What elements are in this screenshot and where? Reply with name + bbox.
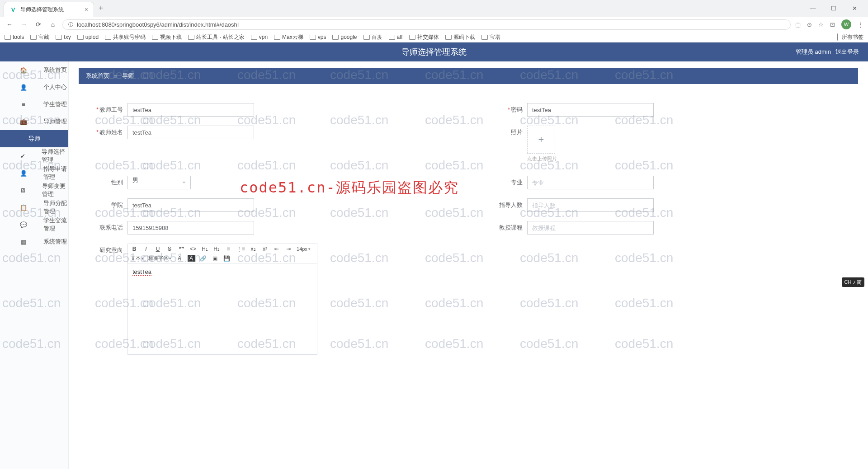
favicon-icon: V (9, 6, 17, 13)
bookmark-item[interactable]: google (332, 34, 357, 40)
site-info-icon[interactable]: ⓘ (68, 21, 73, 28)
sidebar-item-学生交流管理[interactable]: 💬学生交流管理 (0, 216, 68, 233)
assign-icon: 📋 (20, 204, 27, 211)
phone-input[interactable] (127, 221, 254, 234)
minimize-icon[interactable]: — (807, 5, 819, 12)
sidebar-item-指导申请管理[interactable]: 👤指导申请管理 (0, 164, 68, 182)
new-tab-button[interactable]: + (94, 4, 108, 13)
search-icon[interactable]: ⊙ (807, 21, 812, 28)
indent-left-icon[interactable]: ⇤ (273, 246, 280, 252)
bookmark-item[interactable]: aff (389, 34, 403, 40)
bookmark-item[interactable]: 站长工具 - 站长之家 (188, 33, 245, 41)
app-root: 导师选择管理系统 管理员 admin 退出登录 🏠系统首页👤个人中心≡学生管理💼… (0, 42, 868, 469)
rich-text-editor: B I U S ❝❞ <> H₁ H₂ ≡ ⋮≡ x₂ (127, 244, 317, 355)
save-icon[interactable]: 💾 (223, 255, 230, 262)
code-icon[interactable]: <> (189, 246, 197, 252)
bg-color-icon[interactable]: A (188, 255, 195, 262)
bookmark-item[interactable]: uplod (77, 34, 99, 40)
photo-upload-button[interactable]: + (527, 126, 555, 154)
sidebar-item-导师[interactable]: 导师 (0, 130, 68, 147)
sidebar-item-导师分配管理[interactable]: 📋导师分配管理 (0, 199, 68, 216)
bookmark-item[interactable]: 宝塔 (481, 33, 500, 41)
sidebar-item-导师变更管理[interactable]: 🖥导师变更管理 (0, 182, 68, 199)
editor-toolbar: B I U S ❝❞ <> H₁ H₂ ≡ ⋮≡ x₂ (128, 244, 317, 264)
bookmark-item[interactable]: vpn (251, 34, 268, 40)
bookmark-item[interactable]: vps (310, 34, 326, 40)
course-input[interactable] (527, 221, 654, 234)
bold-icon[interactable]: B (131, 246, 138, 252)
bookmark-item[interactable]: 宝藏 (30, 33, 49, 41)
label-research: 研究意向 (99, 247, 123, 253)
teacher-id-input[interactable] (127, 103, 254, 117)
folder-icon (77, 35, 84, 40)
sidebar-item-学生管理[interactable]: ≡学生管理 (0, 96, 68, 113)
url-text: localhost:8080/springboot0spy6/admin/dis… (77, 21, 239, 28)
font-family-select[interactable]: 标准字体 (148, 255, 171, 262)
folder-icon (188, 35, 194, 40)
gender-select[interactable]: 男 (127, 176, 191, 189)
bookmark-item[interactable]: 社交媒体 (409, 33, 439, 41)
label-course: 教授课程 (499, 224, 523, 231)
sub-icon[interactable]: x₂ (250, 246, 257, 252)
close-window-icon[interactable]: ✕ (848, 5, 861, 12)
extensions-icon[interactable]: ⊡ (830, 21, 835, 28)
browser-tab[interactable]: V 导师选择管理系统 × (4, 2, 94, 17)
bookmark-item[interactable]: 源码下载 (445, 33, 475, 41)
text-style-select[interactable]: 文本 (131, 255, 144, 262)
sidebar: 🏠系统首页👤个人中心≡学生管理💼导师管理导师✔导师选择管理👤指导申请管理🖥导师变… (0, 61, 69, 469)
teacher-name-input[interactable] (127, 126, 254, 139)
logout-link[interactable]: 退出登录 (835, 48, 859, 56)
url-input[interactable]: ⓘ localhost:8080/springboot0spy6/admin/d… (62, 19, 791, 30)
link-icon[interactable]: 🔗 (199, 255, 207, 262)
breadcrumb-home[interactable]: 系统首页 (86, 72, 109, 80)
strike-icon[interactable]: S (166, 246, 173, 252)
sup-icon[interactable]: x² (261, 246, 269, 252)
font-size-select[interactable]: 14px (297, 246, 311, 252)
bookmark-star-icon[interactable]: ☆ (818, 21, 824, 28)
password-input[interactable] (527, 103, 654, 117)
back-icon[interactable]: ← (5, 19, 14, 29)
college-input[interactable] (127, 198, 254, 212)
bookmark-item[interactable]: 百度 (363, 33, 382, 41)
folder-icon (409, 35, 415, 40)
underline-icon[interactable]: U (154, 246, 161, 252)
bookmark-item[interactable]: txy (56, 34, 71, 40)
maximize-icon[interactable]: ☐ (827, 5, 840, 12)
ol-icon[interactable]: ≡ (225, 246, 232, 252)
close-tab-icon[interactable]: × (85, 6, 88, 13)
sidebar-item-导师管理[interactable]: 💼导师管理 (0, 113, 68, 130)
menu-icon[interactable]: ⋮ (858, 21, 863, 28)
bookmark-item[interactable]: 共享账号密码 (105, 33, 146, 41)
quota-input[interactable] (527, 198, 654, 212)
quote-icon[interactable]: ❝❞ (178, 246, 185, 252)
sidebar-item-导师选择管理[interactable]: ✔导师选择管理 (0, 147, 68, 164)
h2-icon[interactable]: H₂ (213, 246, 220, 252)
forward-icon[interactable]: → (19, 19, 29, 29)
breadcrumb: 系统首页 ≡ 导师 (79, 68, 858, 84)
sidebar-item-系统管理[interactable]: ▦系统管理 (0, 233, 68, 250)
address-bar: ← → ⟳ ⌂ ⓘ localhost:8080/springboot0spy6… (0, 17, 868, 32)
sidebar-item-个人中心[interactable]: 👤个人中心 (0, 79, 68, 96)
qr-icon[interactable]: ⬚ (795, 21, 801, 28)
major-input[interactable] (527, 176, 654, 189)
bookmark-item[interactable]: tools (5, 34, 24, 40)
ul-icon[interactable]: ⋮≡ (236, 246, 245, 252)
image-icon[interactable]: ▣ (211, 255, 218, 262)
indent-right-icon[interactable]: ⇥ (285, 246, 292, 252)
reload-icon[interactable]: ⟳ (33, 19, 43, 29)
browser-chrome: V 导师选择管理系统 × + — ☐ ✕ ← → ⟳ ⌂ ⓘ localhost… (0, 0, 868, 42)
sidebar-item-系统首页[interactable]: 🏠系统首页 (0, 61, 68, 79)
font-color-icon[interactable]: A (176, 255, 183, 262)
profile-avatar[interactable]: W (841, 19, 851, 29)
bookmark-item[interactable]: 视频下载 (152, 33, 182, 41)
editor-content[interactable]: testTea (128, 264, 317, 354)
all-bookmarks-label[interactable]: 所有书签 (842, 33, 863, 41)
italic-icon[interactable]: I (142, 246, 150, 252)
home-icon[interactable]: ⌂ (48, 19, 58, 29)
label-quota: 指导人数 (499, 202, 523, 208)
folder-icon (332, 35, 339, 40)
h1-icon[interactable]: H₁ (201, 246, 208, 252)
tab-bar: V 导师选择管理系统 × + — ☐ ✕ (0, 0, 868, 17)
bookmark-item[interactable]: Max云梯 (274, 33, 303, 41)
briefcase-icon: 💼 (20, 118, 27, 125)
